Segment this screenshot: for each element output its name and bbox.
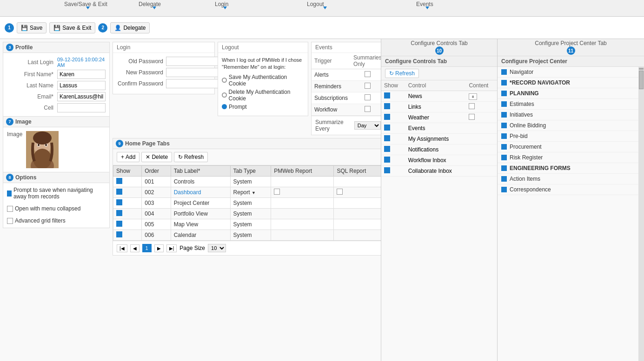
configure-pc-title: Configure Project Center bbox=[498, 56, 644, 67]
logout-option-1[interactable]: Save My Authentication Cookie bbox=[222, 74, 304, 87]
save-exit-icon: 💾 bbox=[53, 25, 60, 31]
save-button[interactable]: 💾 Save bbox=[17, 22, 46, 33]
show-checkbox[interactable] bbox=[116, 189, 122, 195]
first-name-input[interactable] bbox=[57, 70, 106, 79]
pc-show-checkbox[interactable] bbox=[501, 133, 507, 139]
sql-cell bbox=[334, 209, 381, 219]
pc-show-checkbox[interactable] bbox=[501, 91, 507, 96]
pc-item-label: Correspondence bbox=[510, 186, 551, 193]
show-checkbox[interactable] bbox=[384, 103, 390, 109]
last-login-value: 09-12-2016 10:00:24 AM bbox=[57, 57, 106, 68]
last-name-input[interactable] bbox=[57, 81, 106, 90]
show-checkbox[interactable] bbox=[384, 146, 390, 152]
old-password-input[interactable] bbox=[166, 57, 222, 66]
show-checkbox[interactable] bbox=[384, 157, 390, 163]
checkbox-3[interactable] bbox=[7, 218, 13, 224]
type-cell: System bbox=[230, 209, 271, 219]
order-cell: 004 bbox=[142, 209, 171, 219]
sql-cell[interactable] bbox=[334, 187, 381, 198]
pmweb-cell bbox=[271, 230, 334, 241]
radio-2[interactable] bbox=[222, 92, 227, 98]
save-exit-label: Save & Exit bbox=[62, 25, 91, 31]
show-checkbox[interactable] bbox=[116, 210, 122, 216]
option-1[interactable]: Prompt to save when navigating away from… bbox=[7, 187, 106, 200]
list-item: Estimates bbox=[498, 99, 638, 110]
show-checkbox[interactable] bbox=[384, 114, 390, 120]
first-page-button[interactable]: |◀ bbox=[117, 244, 127, 252]
save-icon: 💾 bbox=[21, 25, 28, 31]
events-col-summaries: Summaries Only bbox=[351, 53, 381, 69]
pc-show-checkbox[interactable] bbox=[501, 155, 507, 160]
show-checkbox[interactable] bbox=[384, 135, 390, 141]
events-row-workflow: Workflow bbox=[312, 104, 381, 116]
pc-show-checkbox[interactable] bbox=[501, 69, 507, 75]
scrollbar[interactable] bbox=[638, 67, 644, 361]
last-page-button[interactable]: ▶| bbox=[166, 244, 177, 252]
reminders-checkbox[interactable] bbox=[351, 81, 381, 92]
control-content: ≡ bbox=[466, 91, 497, 102]
show-checkbox[interactable] bbox=[116, 178, 122, 184]
configure-controls-top-label: Configure Controls Tab bbox=[382, 40, 496, 46]
delegate-button[interactable]: 👤 Delegate bbox=[110, 22, 150, 33]
events-col-trigger: Trigger bbox=[312, 53, 351, 69]
checkbox-1[interactable] bbox=[7, 190, 12, 197]
col-show: Show bbox=[381, 80, 405, 91]
delete-tab-button[interactable]: ✕ Delete bbox=[141, 152, 172, 162]
old-password-row: Old Password bbox=[117, 57, 211, 66]
content-checkbox[interactable] bbox=[469, 114, 475, 120]
pc-item-label: *RECORD NAVIGATOR bbox=[510, 79, 570, 86]
summarize-select[interactable]: Day Week Month bbox=[354, 121, 381, 130]
list-item: Initiatives bbox=[498, 110, 638, 120]
confirm-password-input[interactable] bbox=[166, 79, 222, 88]
pmweb-cell bbox=[271, 177, 334, 187]
save-exit-button[interactable]: 💾 Save & Exit bbox=[49, 22, 95, 33]
pc-show-checkbox[interactable] bbox=[501, 101, 507, 107]
pmweb-cell[interactable] bbox=[271, 187, 334, 198]
pc-show-checkbox[interactable] bbox=[501, 123, 507, 128]
refresh-tab-button[interactable]: ↻ Refresh bbox=[174, 152, 208, 162]
new-password-input[interactable] bbox=[166, 68, 222, 77]
pc-show-checkbox[interactable] bbox=[501, 187, 507, 192]
control-content bbox=[466, 155, 497, 166]
checkbox-2[interactable] bbox=[7, 206, 13, 212]
pc-show-checkbox[interactable] bbox=[501, 144, 507, 150]
control-name: Collaborate Inbox bbox=[405, 166, 466, 177]
sql-cell bbox=[334, 177, 381, 187]
prev-page-button[interactable]: ◀ bbox=[130, 244, 139, 252]
show-checkbox[interactable] bbox=[384, 92, 390, 98]
page-size-select[interactable]: 10 20 50 bbox=[208, 244, 226, 252]
show-checkbox[interactable] bbox=[116, 221, 122, 227]
radio-1[interactable] bbox=[222, 78, 227, 83]
label-cell: Project Center bbox=[171, 198, 230, 209]
pc-show-checkbox[interactable] bbox=[501, 112, 507, 118]
events-row-subscriptions: Subscriptions bbox=[312, 92, 381, 104]
control-name: My Assignments bbox=[405, 134, 466, 144]
logout-option-2[interactable]: Delete My Authentication Cookie bbox=[222, 89, 304, 102]
show-checkbox[interactable] bbox=[116, 231, 122, 237]
pc-show-checkbox[interactable] bbox=[501, 165, 507, 171]
current-page: 1 bbox=[142, 244, 152, 252]
pc-show-checkbox[interactable] bbox=[501, 176, 507, 182]
type-cell: System bbox=[230, 230, 271, 241]
show-checkbox[interactable] bbox=[384, 167, 390, 173]
workflow-checkbox[interactable] bbox=[351, 104, 381, 116]
pc-show-checkbox[interactable] bbox=[501, 80, 507, 85]
content-checkbox[interactable] bbox=[469, 103, 475, 109]
radio-3[interactable] bbox=[222, 104, 227, 109]
logout-option-3[interactable]: Prompt bbox=[222, 104, 304, 110]
subscriptions-checkbox[interactable] bbox=[351, 92, 381, 104]
col-label: Tab Label* bbox=[171, 166, 230, 177]
table-row: 001 Controls System bbox=[113, 177, 382, 187]
sql-cell bbox=[334, 230, 381, 241]
add-tab-button[interactable]: + Add bbox=[117, 152, 139, 162]
option-3[interactable]: Advanced grid filters bbox=[7, 217, 66, 224]
controls-refresh-button[interactable]: ↻ Refresh bbox=[385, 69, 419, 78]
show-checkbox[interactable] bbox=[116, 199, 122, 205]
next-page-button[interactable]: ▶ bbox=[154, 244, 164, 252]
show-checkbox[interactable] bbox=[384, 125, 390, 131]
cell-input[interactable] bbox=[57, 103, 106, 112]
cell-label: Cell bbox=[7, 105, 53, 111]
alerts-checkbox[interactable] bbox=[351, 69, 381, 81]
option-2[interactable]: Open with menu collapsed bbox=[7, 205, 80, 212]
email-input[interactable] bbox=[57, 92, 106, 101]
